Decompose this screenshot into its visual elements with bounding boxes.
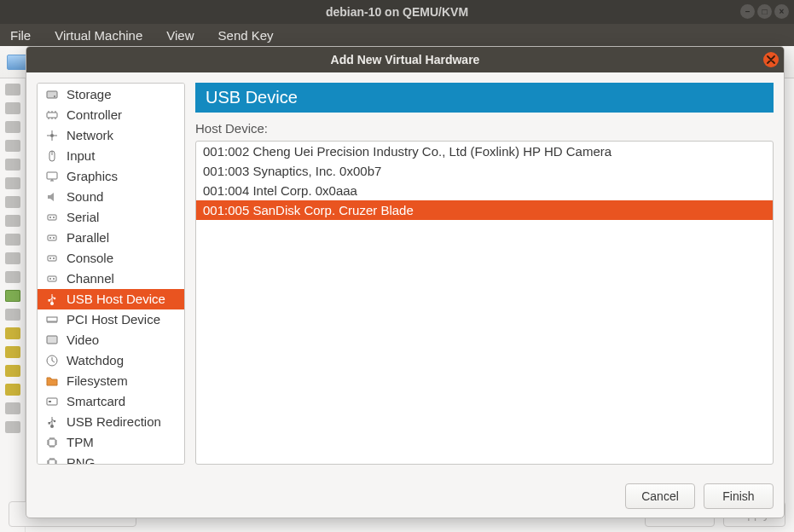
sidebar-ghost-icon bbox=[5, 384, 20, 396]
sidebar-ghost-icon bbox=[5, 421, 20, 433]
host-device-row[interactable]: 001:003 Synaptics, Inc. 0x00b7 bbox=[196, 161, 773, 181]
hw-category-label: Video bbox=[67, 332, 99, 348]
sidebar-ghost-icon bbox=[5, 140, 20, 152]
hw-category-video[interactable]: Video bbox=[38, 330, 184, 350]
dialog-body: StorageControllerNetworkInputGraphicsSou… bbox=[26, 72, 784, 475]
sidebar-ghost-icon bbox=[5, 234, 20, 246]
sidebar-ghost-icon bbox=[5, 252, 20, 264]
hw-category-console[interactable]: Console bbox=[38, 248, 184, 269]
usb-icon bbox=[44, 415, 60, 429]
hw-category-parallel[interactable]: Parallel bbox=[38, 228, 184, 248]
hw-category-label: Filesystem bbox=[67, 373, 128, 389]
sidebar-ghost-icon bbox=[5, 84, 20, 95]
port-icon bbox=[44, 252, 60, 265]
main-sidebar bbox=[0, 78, 26, 532]
sidebar-ghost-icon bbox=[5, 196, 20, 208]
host-device-label: Host Device: bbox=[195, 121, 774, 136]
main-window-titlebar: debian-10 on QEMU/KVM – □ × bbox=[0, 0, 794, 24]
sidebar-ghost-icon bbox=[5, 159, 20, 171]
hw-category-serial[interactable]: Serial bbox=[38, 207, 184, 228]
finish-button[interactable]: Finish bbox=[704, 483, 774, 509]
sidebar-ghost-icon bbox=[5, 346, 20, 358]
menu-view[interactable]: View bbox=[159, 26, 200, 44]
sidebar-ghost-icon bbox=[5, 365, 20, 377]
close-window-icon[interactable]: × bbox=[774, 4, 789, 19]
speaker-icon bbox=[44, 190, 60, 204]
hw-category-label: Watchdog bbox=[67, 353, 124, 368]
maximize-icon[interactable]: □ bbox=[757, 4, 772, 19]
network-icon bbox=[44, 129, 60, 142]
chip-icon bbox=[44, 456, 60, 465]
port-icon bbox=[44, 231, 60, 245]
menu-sendkey[interactable]: Send Key bbox=[212, 26, 281, 44]
dialog-title: Add New Virtual Hardware bbox=[331, 53, 480, 66]
minimize-icon[interactable]: – bbox=[740, 4, 755, 19]
host-device-row[interactable]: 001:005 SanDisk Corp. Cruzer Blade bbox=[196, 200, 773, 220]
hw-category-label: Parallel bbox=[67, 230, 109, 246]
menubar: File Virtual Machine View Send Key bbox=[0, 24, 794, 46]
sidebar-ghost-icon bbox=[5, 290, 20, 302]
hw-category-input[interactable]: Input bbox=[38, 146, 184, 166]
add-hardware-dialog: Add New Virtual Hardware StorageControll… bbox=[26, 46, 785, 518]
watchdog-icon bbox=[44, 354, 60, 367]
pci-icon bbox=[44, 313, 60, 327]
hw-category-label: RNG bbox=[67, 455, 95, 465]
console-icon[interactable] bbox=[7, 55, 27, 70]
hw-category-smartcard[interactable]: Smartcard bbox=[38, 391, 184, 412]
hardware-category-list[interactable]: StorageControllerNetworkInputGraphicsSou… bbox=[37, 83, 185, 465]
host-device-row[interactable]: 001:004 Intel Corp. 0x0aaa bbox=[196, 181, 773, 200]
window-controls: – □ × bbox=[740, 4, 789, 19]
hw-category-label: Channel bbox=[67, 271, 114, 286]
dialog-footer: Cancel Finish bbox=[26, 475, 784, 518]
dialog-close-button[interactable] bbox=[763, 52, 779, 67]
chip-icon bbox=[44, 436, 60, 449]
hw-category-label: PCI Host Device bbox=[67, 312, 160, 327]
sidebar-ghost-icon bbox=[5, 121, 20, 133]
display-icon bbox=[44, 170, 60, 183]
sidebar-ghost-icon bbox=[5, 215, 20, 227]
sidebar-ghost-icon bbox=[5, 327, 20, 339]
sidebar-ghost-icon bbox=[5, 102, 20, 114]
hw-category-network[interactable]: Network bbox=[38, 125, 184, 146]
port-icon bbox=[44, 272, 60, 286]
menu-file[interactable]: File bbox=[3, 26, 38, 44]
hw-category-label: Console bbox=[67, 251, 113, 266]
sidebar-ghost-icon bbox=[5, 271, 20, 283]
hw-category-label: Sound bbox=[67, 189, 103, 205]
hw-category-rng[interactable]: RNG bbox=[38, 453, 184, 465]
hw-category-channel[interactable]: Channel bbox=[38, 269, 184, 289]
hw-category-filesystem[interactable]: Filesystem bbox=[38, 371, 184, 391]
menu-vm[interactable]: Virtual Machine bbox=[48, 26, 149, 44]
hw-category-sound[interactable]: Sound bbox=[38, 187, 184, 207]
hw-category-usb-host[interactable]: USB Host Device bbox=[38, 289, 184, 309]
hw-category-label: USB Host Device bbox=[67, 292, 165, 307]
hw-category-watchdog[interactable]: Watchdog bbox=[38, 350, 184, 371]
controller-icon bbox=[44, 108, 60, 122]
host-device-row[interactable]: 001:002 Cheng Uei Precision Industry Co.… bbox=[196, 142, 773, 161]
hw-category-label: Serial bbox=[67, 210, 99, 225]
panel-title: USB Device bbox=[195, 83, 774, 113]
folder-icon bbox=[44, 374, 60, 388]
hw-category-label: USB Redirection bbox=[67, 414, 161, 430]
hw-category-label: Smartcard bbox=[67, 394, 125, 409]
hw-category-label: Controller bbox=[67, 107, 122, 123]
hw-category-controller[interactable]: Controller bbox=[38, 105, 184, 125]
host-device-list[interactable]: 001:002 Cheng Uei Precision Industry Co.… bbox=[195, 141, 774, 465]
hw-category-pci-host[interactable]: PCI Host Device bbox=[38, 309, 184, 330]
hw-category-storage[interactable]: Storage bbox=[38, 84, 184, 105]
hw-category-label: Network bbox=[67, 128, 113, 143]
hw-category-graphics[interactable]: Graphics bbox=[38, 166, 184, 187]
close-icon bbox=[767, 55, 775, 64]
hw-category-tpm[interactable]: TPM bbox=[38, 432, 184, 453]
card-icon bbox=[44, 395, 60, 408]
usb-icon bbox=[44, 292, 60, 306]
sidebar-ghost-icon bbox=[5, 177, 20, 189]
hw-category-label: Graphics bbox=[67, 169, 118, 184]
cancel-button[interactable]: Cancel bbox=[625, 483, 695, 509]
monitor-icon bbox=[44, 333, 60, 347]
port-icon bbox=[44, 211, 60, 224]
hw-category-usb-redir[interactable]: USB Redirection bbox=[38, 412, 184, 432]
panel-body: Host Device: 001:002 Cheng Uei Precision… bbox=[195, 113, 774, 465]
main-window-title: debian-10 on QEMU/KVM bbox=[326, 5, 468, 19]
mouse-icon bbox=[44, 149, 60, 163]
